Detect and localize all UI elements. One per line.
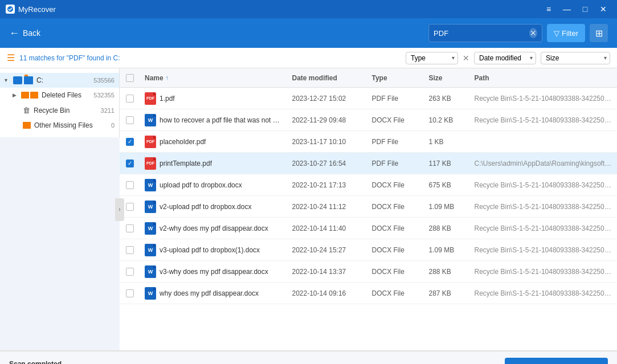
hamburger-button[interactable]: ≡	[541, 1, 557, 17]
titlebar-left: MyRecover	[6, 5, 56, 14]
recycle-icon: 🗑	[23, 106, 30, 114]
folder-orange2-icon	[30, 92, 38, 99]
sidebar-collapse-handle[interactable]: ›	[115, 198, 124, 221]
th-type[interactable]: Type	[367, 74, 424, 82]
sidebar-item-other-missing[interactable]: Other Missing Files 0	[0, 118, 119, 133]
row-checkbox[interactable]: ✓	[126, 138, 134, 146]
filter-button[interactable]: ▽ Filter	[547, 24, 585, 42]
docx-file-icon: W	[145, 244, 156, 256]
row-checkbox-cell[interactable]	[120, 268, 140, 276]
row-size-cell: 288 KB	[424, 224, 470, 232]
row-type-cell: DOCX File	[367, 289, 424, 297]
row-checkbox[interactable]	[126, 181, 134, 189]
table-row[interactable]: W why does my pdf disappear.docx 2022-10…	[120, 283, 617, 304]
table-row[interactable]: W v3-why does my pdf disappear.docx 2022…	[120, 261, 617, 283]
row-size-cell: 287 KB	[424, 289, 470, 297]
row-date-cell: 2023-11-17 10:10	[288, 138, 367, 146]
row-checkbox-cell[interactable]: ✓	[120, 159, 140, 167]
sidebar-item-c-drive[interactable]: ▼ C: 535566	[0, 73, 119, 88]
row-date-cell: 2022-10-21 17:13	[288, 181, 367, 189]
docx-file-icon: W	[145, 265, 156, 278]
table-row[interactable]: ✓ PDF placeholder.pdf 2023-11-17 10:10 P…	[120, 131, 617, 153]
back-button[interactable]: ← Back	[9, 27, 40, 39]
th-size-label: Size	[429, 74, 443, 82]
sidebar-label-other: Other Missing Files	[34, 121, 93, 129]
table-row[interactable]: W v2-why does my pdf disappear.docx 2022…	[120, 218, 617, 239]
menu-icon: ☰	[7, 52, 15, 63]
row-checkbox-cell[interactable]	[120, 95, 140, 103]
th-date[interactable]: Date modified	[288, 74, 367, 82]
minimize-button[interactable]: —	[559, 1, 575, 17]
sidebar-label-deleted: Deleted Files	[42, 91, 81, 99]
row-checkbox[interactable]	[126, 95, 134, 103]
row-name-cell: W v3-upload pdf to dropbox(1).docx	[140, 244, 288, 256]
app-logo	[6, 5, 15, 14]
search-clear-button[interactable]: ✕	[529, 28, 537, 38]
row-checkbox-cell[interactable]: ✓	[120, 138, 140, 146]
table-row[interactable]: PDF 1.pdf 2023-12-27 15:02 PDF File 263 …	[120, 88, 617, 109]
th-name[interactable]: Name ↑	[140, 74, 288, 82]
pdf-file-icon: PDF	[145, 92, 156, 105]
row-type-cell: PDF File	[367, 95, 424, 103]
row-checkbox-cell[interactable]	[120, 246, 140, 254]
pdf-file-icon: PDF	[145, 157, 156, 170]
sidebar-item-deleted-files[interactable]: ▶ Deleted Files 532355	[0, 88, 119, 103]
folder-blue-icon	[24, 76, 33, 84]
size-filter[interactable]: Size Small (<1MB) Large (>100MB)	[541, 52, 610, 64]
table-row[interactable]: ✓ PDF printTemplate.pdf 2023-10-27 16:54…	[120, 153, 617, 174]
th-size[interactable]: Size	[424, 74, 470, 82]
row-size-cell: 10.2 KB	[424, 116, 470, 124]
table-row[interactable]: W upload pdf to dropbox.docx 2022-10-21 …	[120, 174, 617, 196]
select-all-checkbox[interactable]	[126, 74, 134, 82]
table-row[interactable]: W v2-upload pdf to dropbox.docx 2022-10-…	[120, 196, 617, 218]
type-filter[interactable]: Type PDF File DOCX File	[406, 52, 458, 64]
row-checkbox-cell[interactable]	[120, 289, 140, 297]
maximize-button[interactable]: □	[577, 1, 593, 17]
date-filter-wrapper: Date modified Today Last 7 days	[474, 52, 536, 64]
results-text: 11 matches for "PDF" found in C:	[19, 54, 120, 62]
filter-label: Filter	[562, 29, 578, 38]
filter-controls: Type PDF File DOCX File ✕ Date modified …	[406, 52, 610, 64]
file-name: v2-why does my pdf disappear.docx	[160, 224, 268, 232]
row-checkbox[interactable]	[126, 246, 134, 254]
toolbar-right: ✕ ▽ Filter ⊞	[428, 24, 608, 42]
statusbar: Scan completed. File(s) found : 36.3 GB …	[0, 350, 617, 364]
row-checkbox[interactable]	[126, 203, 134, 211]
row-checkbox[interactable]: ✓	[126, 159, 134, 167]
row-type-cell: DOCX File	[367, 268, 424, 276]
date-filter[interactable]: Date modified Today Last 7 days	[474, 52, 536, 64]
back-label: Back	[23, 28, 40, 38]
row-checkbox[interactable]	[126, 224, 134, 232]
close-button[interactable]: ✕	[595, 1, 611, 17]
row-name-cell: W v2-why does my pdf disappear.docx	[140, 222, 288, 235]
window-controls: ≡ — □ ✕	[541, 1, 611, 17]
row-checkbox-cell[interactable]	[120, 224, 140, 232]
table-row[interactable]: W v3-upload pdf to dropbox(1).docx 2022-…	[120, 239, 617, 261]
view-toggle-button[interactable]: ⊞	[590, 24, 608, 42]
row-checkbox[interactable]	[126, 268, 134, 276]
row-checkbox-cell[interactable]	[120, 181, 140, 189]
type-remove-icon[interactable]: ✕	[463, 54, 469, 63]
search-input[interactable]	[434, 29, 529, 38]
status-text-area: Scan completed. File(s) found : 36.3 GB	[9, 360, 78, 364]
sidebar-item-recycle-bin[interactable]: 🗑 Recycle Bin 3211	[0, 103, 119, 118]
row-checkbox[interactable]	[126, 289, 134, 297]
main-area: ▼ C: 535566 ▶ Deleted Files 532355	[0, 68, 617, 350]
row-checkbox-cell[interactable]	[120, 116, 140, 124]
row-type-cell: DOCX File	[367, 181, 424, 189]
sidebar-label-recycle: Recycle Bin	[34, 107, 70, 114]
file-name: v2-upload pdf to dropbox.docx	[160, 203, 251, 211]
row-checkbox[interactable]	[126, 116, 134, 124]
row-type-cell: DOCX File	[367, 116, 424, 124]
sidebar-wrapper: ▼ C: 535566 ▶ Deleted Files 532355	[0, 68, 120, 350]
row-type-cell: PDF File	[367, 159, 424, 167]
file-name: v3-upload pdf to dropbox(1).docx	[160, 246, 260, 254]
th-checkbox[interactable]	[120, 74, 140, 82]
row-size-cell: 263 KB	[424, 95, 470, 103]
file-name: printTemplate.pdf	[160, 159, 212, 167]
table-row[interactable]: W how to recover a pdf file that was not…	[120, 109, 617, 131]
recover-button[interactable]: Recover 2 files (119 KB)	[505, 358, 608, 364]
row-path-cell: C:\Users\admin\AppData\Roaming\kingsoft\…	[470, 159, 618, 167]
row-size-cell: 117 KB	[424, 159, 470, 167]
row-date-cell: 2022-10-14 11:40	[288, 224, 367, 232]
